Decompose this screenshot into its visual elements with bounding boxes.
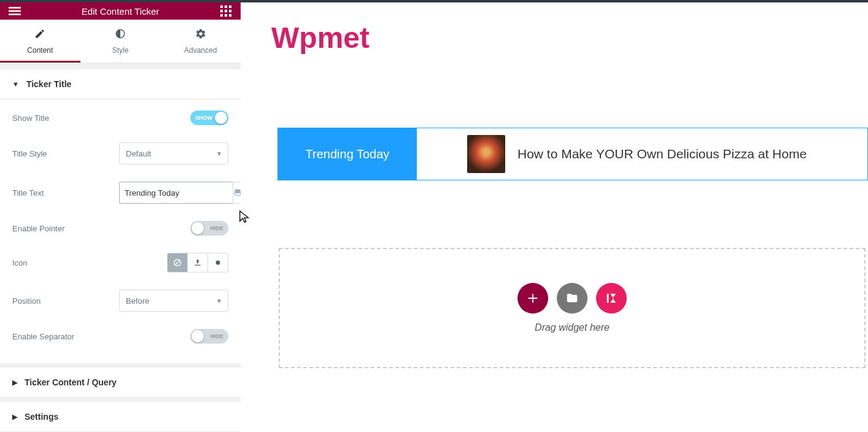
svg-point-15 <box>216 261 220 265</box>
panel-header: Edit Content Ticker <box>0 2 241 20</box>
caret-down-icon: ▼ <box>12 80 19 88</box>
content-ticker-widget[interactable]: Trending Today How to Make YOUR Own Deli… <box>277 128 868 180</box>
caret-right-icon: ▶ <box>12 413 17 421</box>
control-position: Position Before ▼ <box>12 281 228 320</box>
tab-style[interactable]: Style <box>80 20 161 63</box>
svg-rect-6 <box>220 10 223 12</box>
ticker-item-image <box>467 135 505 173</box>
cursor-icon <box>238 210 252 226</box>
control-label: Enable Separator <box>12 332 74 341</box>
show-title-toggle[interactable]: SHOW <box>190 110 228 125</box>
section-ticker-content[interactable]: ▶ Ticker Content / Query <box>0 368 241 398</box>
control-title-text: Title Text <box>12 173 228 212</box>
apps-icon[interactable] <box>219 4 233 18</box>
dropzone-hint: Drag widget here <box>535 322 610 333</box>
section-ticker-title[interactable]: ▼ Ticker Title <box>0 69 241 99</box>
svg-rect-8 <box>229 10 231 12</box>
control-show-title: Show Title SHOW <box>12 102 228 134</box>
tab-label: Content <box>27 46 53 55</box>
control-title-style: Title Style Default ▼ <box>12 134 228 173</box>
ban-icon <box>173 258 182 267</box>
control-enable-separator: Enable Separator HIDE <box>12 320 228 352</box>
icon-library-option[interactable] <box>208 253 228 272</box>
svg-rect-11 <box>229 14 231 17</box>
svg-rect-7 <box>225 10 227 12</box>
menu-icon[interactable] <box>7 4 22 18</box>
svg-rect-3 <box>220 6 223 8</box>
svg-rect-1 <box>9 10 21 12</box>
position-select[interactable]: Before <box>119 290 228 312</box>
icon-upload-option[interactable] <box>188 253 208 272</box>
ticker-item-text: How to Make YOUR Own Delicious Pizza at … <box>517 147 807 161</box>
toggle-state: SHOW <box>195 115 212 121</box>
ticker-body: How to Make YOUR Own Delicious Pizza at … <box>417 128 867 180</box>
section-label: Ticker Title <box>26 79 71 89</box>
control-label: Title Text <box>12 188 44 198</box>
elementskit-button[interactable] <box>596 283 627 314</box>
title-style-select[interactable]: Default <box>119 142 228 164</box>
svg-rect-4 <box>225 6 227 8</box>
caret-right-icon: ▶ <box>12 379 17 387</box>
svg-rect-9 <box>220 14 223 17</box>
svg-rect-2 <box>9 14 21 15</box>
add-section-button[interactable] <box>517 283 548 314</box>
contrast-icon <box>80 28 161 42</box>
control-icon: Icon <box>12 244 228 281</box>
panel-tabs: Content Style Advanced <box>0 20 241 63</box>
title-text-input[interactable] <box>119 182 233 204</box>
tab-label: Advanced <box>184 46 217 55</box>
svg-line-14 <box>176 261 180 265</box>
template-library-button[interactable] <box>557 283 587 314</box>
svg-rect-5 <box>229 6 231 8</box>
section-label: Ticker Content / Query <box>25 377 117 387</box>
control-label: Title Style <box>12 149 47 158</box>
upload-icon <box>193 258 202 267</box>
tab-content[interactable]: Content <box>0 20 80 63</box>
svg-rect-0 <box>9 7 21 9</box>
svg-rect-16 <box>607 294 609 303</box>
svg-rect-10 <box>225 14 227 17</box>
gear-icon <box>160 28 241 42</box>
circle-icon <box>214 258 222 267</box>
editor-panel: Edit Content Ticker Content Style Advanc… <box>0 2 241 432</box>
plus-icon <box>526 291 540 305</box>
control-enable-pointer: Enable Pointer HIDE <box>12 212 228 244</box>
section-label: Settings <box>25 412 58 422</box>
enable-pointer-toggle[interactable]: HIDE <box>190 221 228 236</box>
tab-label: Style <box>112 46 129 55</box>
folder-icon <box>565 291 579 305</box>
tab-advanced[interactable]: Advanced <box>160 20 241 63</box>
toggle-state: HIDE <box>210 225 223 231</box>
panel-title: Edit Content Ticker <box>22 6 219 17</box>
section-settings[interactable]: ▶ Settings <box>0 402 241 432</box>
ticker-title: Trending Today <box>278 128 417 180</box>
control-label: Icon <box>12 258 28 268</box>
pencil-icon <box>0 28 80 42</box>
ek-icon <box>605 291 618 305</box>
ticker-title-controls: Show Title SHOW Title Style Default ▼ Ti… <box>0 99 241 363</box>
preview-canvas: Wpmet Trending Today How to Make YOUR Ow… <box>241 2 868 432</box>
site-logo: Wpmet <box>271 21 370 55</box>
control-label: Position <box>12 296 41 306</box>
control-label: Show Title <box>12 114 49 123</box>
enable-separator-toggle[interactable]: HIDE <box>190 329 228 344</box>
icon-none-option[interactable] <box>168 253 188 272</box>
toggle-state: HIDE <box>210 333 223 339</box>
widget-dropzone[interactable]: Drag widget here <box>279 248 866 368</box>
control-label: Enable Pointer <box>12 224 64 233</box>
